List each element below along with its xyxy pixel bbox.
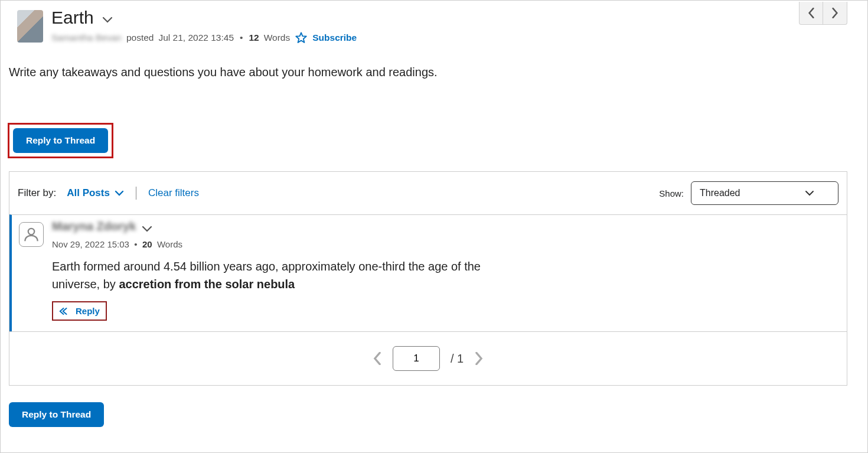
chevron-down-icon bbox=[805, 190, 814, 196]
show-block: Show: Threaded bbox=[659, 181, 838, 205]
reply-button[interactable]: Reply bbox=[52, 301, 107, 321]
reply-button-label: Reply bbox=[76, 306, 100, 316]
reply-to-thread-button-bottom[interactable]: Reply to Thread bbox=[9, 402, 104, 427]
pager: / 1 bbox=[9, 331, 847, 385]
discussion-thread-page: Earth Samantha Bevan posted Jul 21, 2022… bbox=[0, 0, 868, 453]
reply-body: Maryna Zdoryk Nov 29, 2022 15:03 • 20 Wo… bbox=[52, 220, 831, 321]
reply-author-avatar bbox=[19, 222, 44, 247]
filter-selected: All Posts bbox=[67, 187, 110, 199]
vertical-divider bbox=[136, 187, 136, 200]
chevron-down-icon bbox=[142, 226, 152, 233]
star-outline-icon bbox=[295, 31, 308, 44]
person-placeholder-icon bbox=[22, 226, 40, 243]
pager-total: / 1 bbox=[451, 352, 464, 366]
reply-item: Maryna Zdoryk Nov 29, 2022 15:03 • 20 Wo… bbox=[9, 214, 847, 331]
thread-actions-dropdown[interactable] bbox=[102, 12, 113, 24]
reply-words-label: Words bbox=[157, 239, 182, 249]
thread-author-avatar bbox=[17, 10, 43, 43]
reply-arrows-icon bbox=[59, 307, 71, 315]
reply-text-bold: accretion from the solar nebula bbox=[119, 278, 295, 291]
separator-dot: • bbox=[240, 32, 243, 43]
show-selected-value: Threaded bbox=[700, 188, 740, 198]
posted-prefix: posted bbox=[126, 32, 154, 43]
show-select[interactable]: Threaded bbox=[691, 181, 838, 205]
bottom-reply-wrap: Reply to Thread bbox=[9, 402, 860, 427]
chevron-right-icon bbox=[474, 352, 484, 365]
posted-date: Jul 21, 2022 13:45 bbox=[158, 32, 234, 43]
thread-word-count: 12 bbox=[249, 32, 259, 43]
thread-meta: Samantha Bevan posted Jul 21, 2022 13:45… bbox=[51, 31, 357, 44]
chevron-left-icon bbox=[373, 352, 382, 365]
reply-text: Earth formed around 4.54 billion years a… bbox=[52, 258, 530, 293]
reply-date: Nov 29, 2022 15:03 bbox=[52, 239, 129, 249]
chevron-left-icon bbox=[807, 8, 815, 18]
filter-label: Filter by: bbox=[18, 187, 56, 199]
thread-nav bbox=[799, 2, 847, 25]
reply-thread-highlight: Reply to Thread bbox=[8, 123, 113, 158]
pager-prev-button[interactable] bbox=[373, 352, 382, 365]
reply-author-name: Maryna Zdoryk bbox=[52, 220, 136, 233]
prev-thread-button[interactable] bbox=[800, 2, 823, 24]
subscribe-star-icon[interactable] bbox=[295, 31, 308, 44]
thread-header: Earth Samantha Bevan posted Jul 21, 2022… bbox=[8, 6, 860, 44]
svg-point-0 bbox=[28, 229, 35, 235]
chevron-down-icon bbox=[102, 17, 113, 24]
reply-meta: Nov 29, 2022 15:03 • 20 Words bbox=[52, 239, 831, 249]
pager-current-input[interactable] bbox=[393, 346, 440, 371]
replies-panel: Filter by: All Posts Clear filters Show:… bbox=[9, 171, 847, 386]
next-thread-button[interactable] bbox=[823, 2, 847, 24]
show-label: Show: bbox=[659, 188, 684, 198]
reply-actions-dropdown[interactable] bbox=[142, 221, 152, 233]
thread-title: Earth bbox=[51, 8, 94, 28]
subscribe-link[interactable]: Subscribe bbox=[312, 32, 357, 43]
pager-next-button[interactable] bbox=[474, 352, 484, 365]
filter-dropdown[interactable]: All Posts bbox=[67, 187, 124, 199]
words-label: Words bbox=[264, 32, 291, 43]
reply-to-thread-button[interactable]: Reply to Thread bbox=[13, 128, 108, 153]
reply-author-row: Maryna Zdoryk bbox=[52, 220, 831, 233]
thread-author-name: Samantha Bevan bbox=[51, 32, 122, 43]
filter-bar: Filter by: All Posts Clear filters Show:… bbox=[9, 172, 847, 214]
chevron-down-icon bbox=[115, 190, 124, 196]
reply-word-count: 20 bbox=[142, 239, 152, 249]
clear-filters-link[interactable]: Clear filters bbox=[148, 187, 199, 199]
thread-title-row: Earth bbox=[51, 8, 357, 28]
chevron-right-icon bbox=[831, 8, 839, 18]
thread-header-text: Earth Samantha Bevan posted Jul 21, 2022… bbox=[51, 8, 357, 44]
thread-body-text: Write any takeaways and questions you ha… bbox=[8, 44, 860, 79]
